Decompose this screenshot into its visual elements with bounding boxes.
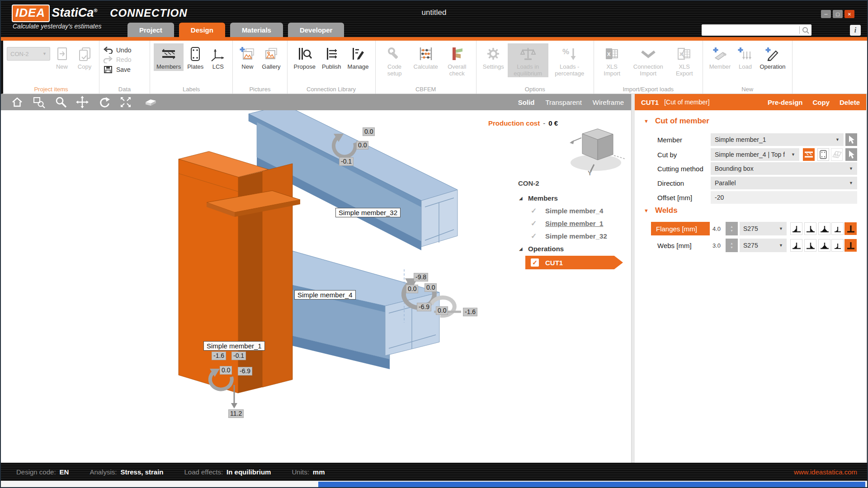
- webs-weld-size[interactable]: 3.0: [712, 239, 721, 252]
- manage-button[interactable]: Manage: [345, 43, 372, 71]
- pan-button[interactable]: [76, 96, 89, 108]
- webs-weld-label[interactable]: Webs [mm]: [657, 239, 692, 252]
- spinner-up-icon[interactable]: ▲: [730, 241, 733, 245]
- search-icon[interactable]: [800, 24, 811, 37]
- tree-item-cut1-selected[interactable]: ✓ CUT1: [525, 256, 623, 269]
- lcs-button[interactable]: LCS: [207, 43, 229, 71]
- tab-project[interactable]: Project: [127, 23, 174, 38]
- collapse-triangle-icon[interactable]: ▼: [644, 208, 649, 213]
- direction-select[interactable]: Parallel ▼: [711, 177, 857, 189]
- copy-project-item-button[interactable]: Copy: [74, 43, 95, 71]
- cut1-checkbox[interactable]: ✓: [531, 258, 539, 267]
- propose-button[interactable]: Propose: [291, 43, 318, 71]
- checkmark-icon[interactable]: ✓: [531, 206, 545, 215]
- tree-item-member-1[interactable]: ✓ Simple member_1: [516, 217, 627, 230]
- settings-button[interactable]: Settings: [480, 43, 507, 71]
- xls-import-button[interactable]: X XLS Import: [598, 43, 627, 77]
- flanges-weld-material-select[interactable]: S275 ▼: [740, 222, 787, 235]
- fillet-weld-left-button[interactable]: [790, 222, 802, 235]
- maximize-button[interactable]: ▢: [833, 10, 843, 18]
- expander-icon[interactable]: ◢: [516, 196, 528, 201]
- view-mode-wireframe[interactable]: Wireframe: [593, 99, 624, 106]
- redo-button[interactable]: Redo: [103, 56, 131, 63]
- rotate-button[interactable]: [98, 96, 110, 108]
- flanges-weld-spinner[interactable]: ▲ ▼: [726, 222, 738, 235]
- view-mode-solid[interactable]: Solid: [518, 99, 535, 106]
- zoom-window-button[interactable]: [33, 96, 45, 108]
- predesign-button[interactable]: Pre-design: [768, 99, 803, 106]
- butt-weld-button-selected[interactable]: [844, 239, 857, 252]
- tab-materials[interactable]: Materials: [230, 23, 283, 38]
- loads-percentage-button[interactable]: % Loads - percentage: [549, 43, 590, 77]
- cut-by-plate-toggle[interactable]: [817, 148, 829, 161]
- new-operation-button[interactable]: Operation: [757, 43, 788, 71]
- minimize-button[interactable]: ─: [821, 10, 831, 18]
- checkmark-icon[interactable]: ✓: [531, 232, 545, 240]
- tree-members-header[interactable]: ◢ Members: [516, 192, 627, 204]
- project-item-combo[interactable]: CON-2 ▼: [7, 47, 50, 61]
- viewport-3d[interactable]: Simple member_32 Simple member_4 Simple …: [1, 110, 631, 463]
- plates-button[interactable]: Plates: [184, 43, 206, 71]
- section-cut-of-member[interactable]: ▼ Cut of member: [644, 117, 709, 126]
- webs-weld-material-select[interactable]: S275 ▼: [740, 239, 787, 252]
- delete-operation-button[interactable]: Delete: [840, 99, 860, 106]
- save-button[interactable]: Save: [103, 66, 131, 74]
- info-button[interactable]: i: [850, 25, 861, 36]
- new-project-item-button[interactable]: New: [51, 43, 73, 71]
- cut-by-beam-toggle[interactable]: [803, 148, 815, 161]
- publish-button[interactable]: Publish: [319, 43, 344, 71]
- xls-export-button[interactable]: X XLS Export: [670, 43, 699, 77]
- member-1-label[interactable]: Simple member_1: [203, 341, 265, 351]
- section-view-button[interactable]: [144, 96, 156, 108]
- fillet-weld-both-button[interactable]: [818, 239, 830, 252]
- home-view-button[interactable]: [11, 96, 24, 108]
- calculate-button[interactable]: Calculate: [411, 43, 441, 71]
- collapse-triangle-icon[interactable]: ▼: [644, 118, 649, 124]
- fillet-weld-right-button[interactable]: [804, 239, 816, 252]
- connection-import-button[interactable]: Connection Import: [627, 43, 669, 77]
- copy-operation-button[interactable]: Copy: [812, 99, 830, 106]
- fillet-weld-right-button[interactable]: [804, 222, 816, 235]
- member-4-label[interactable]: Simple member_4: [294, 290, 356, 300]
- cut-by-mesh-toggle-disabled[interactable]: [831, 148, 843, 161]
- zoom-button[interactable]: [54, 96, 67, 108]
- tree-operations-header[interactable]: ◢ Operations: [516, 242, 627, 255]
- butt-weld-button-selected[interactable]: [844, 222, 857, 235]
- website-link[interactable]: www.ideastatica.com: [794, 463, 857, 481]
- offset-input[interactable]: -20: [711, 191, 857, 204]
- partial-weld-button[interactable]: [831, 239, 844, 252]
- expander-icon[interactable]: ◢: [516, 246, 528, 251]
- tree-item-member-4[interactable]: ✓ Simple member_4: [516, 204, 627, 217]
- partial-weld-button[interactable]: [831, 222, 844, 235]
- tree-root-connection[interactable]: CON-2: [516, 178, 627, 192]
- cut-by-pick-button[interactable]: [845, 148, 857, 161]
- panel-splitter[interactable]: [631, 94, 635, 463]
- undo-button[interactable]: Undo: [103, 47, 131, 54]
- spinner-down-icon[interactable]: ▼: [730, 245, 733, 249]
- spinner-down-icon[interactable]: ▼: [730, 229, 733, 233]
- new-load-button[interactable]: Load: [734, 43, 756, 71]
- search-input[interactable]: [702, 25, 799, 35]
- member-32-label[interactable]: Simple member_32: [335, 208, 401, 217]
- gallery-button[interactable]: Gallery: [259, 43, 283, 71]
- fillet-weld-both-button[interactable]: [818, 222, 830, 235]
- fillet-weld-left-button[interactable]: [790, 239, 802, 252]
- member-select[interactable]: Simple member_1 ▼: [711, 133, 844, 146]
- member-pick-button[interactable]: [845, 133, 857, 146]
- navigation-cube[interactable]: Y: [561, 123, 629, 178]
- view-mode-transparent[interactable]: Transparent: [546, 99, 582, 106]
- webs-weld-spinner[interactable]: ▲ ▼: [726, 239, 738, 252]
- flanges-weld-selected-button[interactable]: Flanges [mm]: [651, 222, 710, 235]
- close-button[interactable]: ✕: [844, 10, 854, 18]
- section-welds[interactable]: ▼ Welds: [644, 206, 678, 215]
- tab-design[interactable]: Design: [179, 23, 225, 38]
- loads-in-equilibrium-button[interactable]: Loads in equilibrium: [508, 43, 548, 77]
- members-button[interactable]: Members: [154, 43, 184, 71]
- checkmark-icon[interactable]: ✓: [531, 219, 545, 228]
- zoom-extents-button[interactable]: [119, 96, 132, 108]
- tree-item-member-32[interactable]: ✓ Simple member_32: [516, 230, 627, 242]
- code-setup-button[interactable]: Code setup: [379, 43, 410, 77]
- overall-check-button[interactable]: Overall check: [442, 43, 472, 77]
- cutting-method-select[interactable]: Bounding box ▼: [711, 162, 857, 175]
- spinner-up-icon[interactable]: ▲: [730, 225, 733, 229]
